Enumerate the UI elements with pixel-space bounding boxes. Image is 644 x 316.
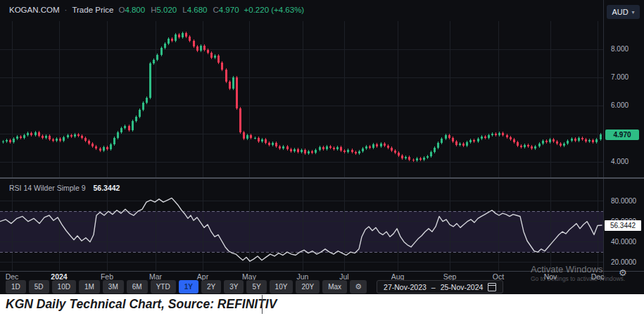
range-button-2y[interactable]: 2Y xyxy=(201,280,221,293)
range-buttons: 1D5D10D1M3M6MYTD1Y2Y3Y5Y10Y20YMax xyxy=(6,280,347,293)
ohlc-pair: H5.020 xyxy=(151,6,177,14)
range-button-5y[interactable]: 5Y xyxy=(246,280,266,293)
trading-chart-app: KOGAN.COM · Trade Price O4.800H5.020L4.6… xyxy=(0,0,644,294)
rsi-axis-tick: 40.0000 xyxy=(611,238,636,246)
range-button-10d[interactable]: 10D xyxy=(52,280,76,293)
price-axis-tick: 8.000 xyxy=(611,45,629,53)
range-button-1d[interactable]: 1D xyxy=(6,280,26,293)
symbol-name: KOGAN.COM xyxy=(9,6,60,14)
rsi-chart-plot[interactable] xyxy=(0,180,603,271)
axis-separator xyxy=(603,0,604,280)
price-axis-tick: 6.000 xyxy=(611,101,629,109)
rsi-value-badge: 56.3442 xyxy=(605,220,641,231)
activate-windows-subtext: Go to Settings to activate Windows. xyxy=(531,275,625,282)
currency-label: AUD xyxy=(612,8,628,16)
range-button-max[interactable]: Max xyxy=(322,280,347,293)
ohlc-value: 5.020 xyxy=(156,6,177,14)
price-chart-plot[interactable] xyxy=(0,21,603,177)
price-axis-tick: 7.000 xyxy=(611,73,629,81)
range-toolbar: 1D5D10D1M3M6MYTD1Y2Y3Y5Y10Y20YMax ⚙ 27-N… xyxy=(6,280,503,293)
range-button-1m[interactable]: 1M xyxy=(79,280,100,293)
activate-windows-watermark: Activate Windows xyxy=(531,264,603,274)
last-price-badge: 4.970 xyxy=(605,129,639,140)
range-button-6m[interactable]: 6M xyxy=(127,280,148,293)
range-button-5d[interactable]: 5D xyxy=(29,280,49,293)
range-button-1y[interactable]: 1Y xyxy=(179,280,198,293)
series-label: Trade Price xyxy=(72,6,113,14)
rsi-legend: RSI 14 Wilder Simple 9 56.3442 xyxy=(9,184,120,192)
range-button-20y[interactable]: 20Y xyxy=(296,280,320,293)
ohlc-value: 4.970 xyxy=(219,6,239,14)
range-button-10y[interactable]: 10Y xyxy=(270,280,293,293)
rsi-label: RSI 14 Wilder Simple 9 xyxy=(9,184,86,192)
ohlc-pair: O4.800 xyxy=(118,6,145,14)
rsi-axis-tick: 20.0000 xyxy=(611,258,636,266)
price-axis-tick: 4.000 xyxy=(611,158,629,165)
settings-gear-icon[interactable]: ⚙ xyxy=(350,280,367,293)
ohlc-value: 4.800 xyxy=(125,6,145,14)
date-from: 27-Nov-2023 xyxy=(384,283,427,291)
ohlc-value: 4.680 xyxy=(187,6,208,14)
ohlc-pair: C4.970 xyxy=(213,6,239,14)
legend-separator: · xyxy=(65,6,68,14)
price-change: +0.220 (+4.63%) xyxy=(244,6,305,14)
range-button-3m[interactable]: 3M xyxy=(103,280,124,293)
date-range-picker[interactable]: 27-Nov-2023 – 25-Nov-2024 xyxy=(377,280,503,293)
range-button-3y[interactable]: 3Y xyxy=(224,280,244,293)
rsi-current-value: 56.3442 xyxy=(93,184,120,192)
date-to: 25-Nov-2024 xyxy=(441,283,484,291)
calendar-icon xyxy=(488,283,496,291)
chart-caption: KGN Daily Technical Chart, Source: REFIN… xyxy=(6,297,277,312)
page: KOGAN.COM · Trade Price O4.800H5.020L4.6… xyxy=(0,0,644,316)
text-cursor xyxy=(262,295,263,314)
ohlc-values: O4.800H5.020L4.680C4.970 xyxy=(118,6,239,14)
range-button-ytd[interactable]: YTD xyxy=(151,280,176,293)
currency-selector[interactable]: AUD ▾ xyxy=(607,5,640,19)
date-range-separator: – xyxy=(431,283,436,291)
rsi-axis-tick: 80.0000 xyxy=(611,197,636,205)
ohlc-key: C xyxy=(213,6,218,14)
ohlc-pair: L4.680 xyxy=(182,6,207,14)
chevron-down-icon: ▾ xyxy=(632,9,635,15)
chart-legend: KOGAN.COM · Trade Price O4.800H5.020L4.6… xyxy=(9,6,304,14)
panel-separator[interactable] xyxy=(0,177,644,179)
